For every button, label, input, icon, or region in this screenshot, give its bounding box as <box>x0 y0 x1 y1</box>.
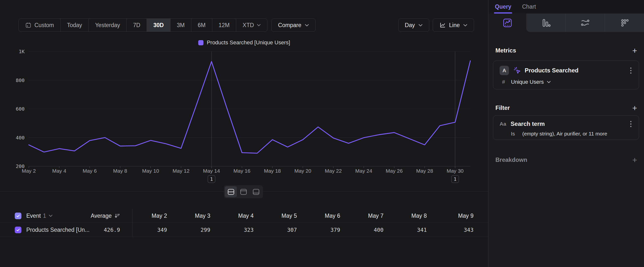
filter-card-condition-row: Is (empty string), Air purifier, or 11 m… <box>493 129 639 138</box>
filter-card-main-row: Aa Search term <box>493 116 639 129</box>
x-axis-label: May 26 <box>386 168 403 174</box>
range-label: 30D <box>153 22 164 29</box>
add-breakdown-button[interactable]: + <box>632 156 637 164</box>
x-axis-label: May 4 <box>52 168 66 174</box>
filter-values[interactable]: (empty string), Air purifier, or 11 more <box>522 131 607 137</box>
tab-chart[interactable]: Chart <box>522 0 536 14</box>
x-axis-label: May 14 <box>203 168 220 174</box>
date-column-header[interactable]: May 7 <box>340 212 384 219</box>
line-chart-icon <box>439 22 446 28</box>
range-6m[interactable]: 6M <box>192 19 212 32</box>
tab-insights[interactable] <box>488 14 526 32</box>
date-column-header[interactable]: May 3 <box>167 212 210 219</box>
analysis-tabs-inactive-group <box>526 14 644 32</box>
date-column-header[interactable]: May 8 <box>384 212 427 219</box>
range-12m[interactable]: 12M <box>212 19 236 32</box>
tab-retention[interactable] <box>605 14 644 32</box>
range-today[interactable]: Today <box>60 19 88 32</box>
metrics-section-header: Metrics + <box>496 46 637 55</box>
granularity-label: Day <box>405 22 415 29</box>
series-line <box>29 61 470 153</box>
average-label: Average <box>91 212 112 219</box>
compare-button[interactable]: Compare <box>271 19 316 32</box>
metric-card-agg-row: # Unique Users <box>493 77 639 87</box>
event-count: 1 <box>43 212 46 219</box>
x-axis-label: May 8 <box>113 168 127 174</box>
event-column-header[interactable]: Event <box>26 212 41 219</box>
range-custom[interactable]: Custom <box>19 19 60 32</box>
metric-card-main-row: A Products Searched <box>493 61 639 77</box>
granularity-button[interactable]: Day <box>398 19 429 32</box>
chevron-down-icon[interactable] <box>547 81 551 83</box>
insights-report-app: CustomTodayYesterday7D30D3M6M12MXTD Comp… <box>0 0 644 267</box>
cell-value: 307 <box>254 227 297 233</box>
date-column-header[interactable]: May 5 <box>254 212 297 219</box>
x-axis-label: May 20 <box>294 168 312 174</box>
funnels-icon <box>541 18 551 28</box>
range-label: Custom <box>34 22 54 29</box>
cell-value: 323 <box>210 227 254 233</box>
average-column-header[interactable]: Average <box>91 212 120 219</box>
date-column-header[interactable]: May 2 <box>132 212 167 219</box>
tab-funnels[interactable] <box>526 14 565 32</box>
annotation-badge[interactable]: 1 <box>452 175 459 183</box>
filter-kebab-menu[interactable] <box>629 120 632 128</box>
metric-event-name[interactable]: Products Searched <box>525 67 578 74</box>
metric-letter-badge: A <box>500 66 509 75</box>
cell-value: 299 <box>167 227 210 233</box>
range-label: XTD <box>242 22 254 29</box>
metric-kebab-menu[interactable] <box>629 67 632 75</box>
date-column-header[interactable]: May 4 <box>210 212 254 219</box>
metric-card[interactable]: A Products Searched # Unique Users <box>493 61 639 89</box>
report-canvas: CustomTodayYesterday7D30D3M6M12MXTD Comp… <box>0 0 488 267</box>
x-axis-label: May 2 <box>22 168 36 174</box>
layout-bottom-panel-view-button[interactable] <box>250 186 262 197</box>
series-name: Products Searched [Un... <box>26 227 90 233</box>
chart-type-button[interactable]: Line <box>433 19 474 32</box>
tab-query[interactable]: Query <box>495 0 511 14</box>
breakdown-section-header: Breakdown + <box>496 156 637 164</box>
x-axis-label: May 10 <box>142 168 159 174</box>
filter-operator[interactable]: Is <box>511 131 515 137</box>
chart-toolbar: CustomTodayYesterday7D30D3M6M12MXTD Comp… <box>18 19 474 32</box>
top-panel-view-icon <box>240 188 247 195</box>
table-row: Products Searched [Un... 426.9 349299323… <box>0 223 488 237</box>
x-axis-label: May 12 <box>173 168 190 174</box>
layout-split-view-button[interactable] <box>225 186 237 197</box>
range-xtd[interactable]: XTD <box>236 19 267 32</box>
x-axis-label: May 30 <box>447 168 464 174</box>
select-all-checkbox[interactable] <box>15 212 22 219</box>
analysis-type-tabs <box>488 14 644 32</box>
range-7d[interactable]: 7D <box>127 19 147 32</box>
split-view-icon <box>227 188 235 195</box>
add-metric-button[interactable]: + <box>632 46 637 55</box>
x-axis-label: May 18 <box>264 168 281 174</box>
tab-flows[interactable] <box>565 14 605 32</box>
cell-value: 379 <box>297 227 340 233</box>
x-axis-label: May 16 <box>234 168 250 174</box>
annotation-badge[interactable]: 1 <box>208 175 215 183</box>
metrics-title: Metrics <box>496 47 516 54</box>
date-column-header[interactable]: May 9 <box>427 212 474 219</box>
layout-top-panel-view-button[interactable] <box>238 186 250 197</box>
line-chart[interactable]: 2004006008001KMay 2May 4May 6May 8May 10… <box>0 35 488 192</box>
range-label: 6M <box>198 22 206 29</box>
cell-value: 341 <box>384 227 427 233</box>
breakdown-title: Breakdown <box>496 156 527 163</box>
string-property-icon: Aa <box>500 121 506 127</box>
filter-property-name[interactable]: Search term <box>511 120 545 127</box>
flows-icon <box>580 18 590 28</box>
add-filter-button[interactable]: + <box>632 104 637 112</box>
filter-card[interactable]: Aa Search term Is (empty string), Air pu… <box>493 115 639 140</box>
cell-value: 349 <box>132 227 167 233</box>
chevron-down-icon <box>463 24 468 27</box>
range-3m[interactable]: 3M <box>170 19 192 32</box>
aggregation-selector[interactable]: Unique Users <box>511 79 544 85</box>
range-yesterday[interactable]: Yesterday <box>89 19 127 32</box>
series-checkbox[interactable] <box>15 227 22 233</box>
cell-value: 343 <box>427 227 474 233</box>
chevron-down-icon[interactable] <box>49 214 53 217</box>
table-header-row: Event 1 Average May 2May 3May 4May 5May … <box>0 209 488 223</box>
date-column-header[interactable]: May 6 <box>297 212 340 219</box>
range-30d[interactable]: 30D <box>147 19 170 32</box>
